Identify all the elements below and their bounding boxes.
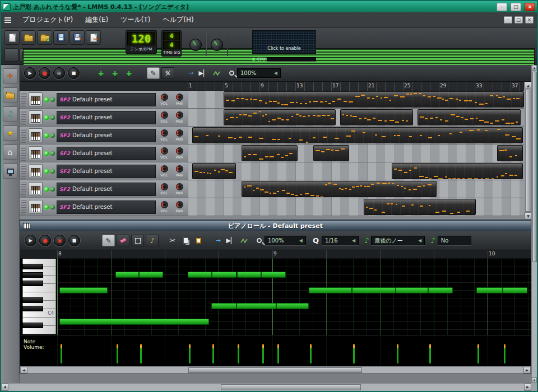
- scroll-up-button[interactable]: ▲: [532, 65, 537, 71]
- track-pattern-area[interactable]: [188, 144, 524, 162]
- pattern-segment[interactable]: [242, 145, 298, 161]
- menu-help[interactable]: ヘルプ(H): [157, 13, 200, 27]
- scale-combo[interactable]: No: [438, 236, 471, 245]
- track-grip[interactable]: [21, 200, 27, 214]
- track-pattern-area[interactable]: [188, 198, 524, 216]
- song-editor-vscrollbar[interactable]: ▲ ▼: [524, 82, 531, 220]
- pr-draw-mode-button[interactable]: ✎: [102, 235, 115, 246]
- track-pan-knob[interactable]: [176, 129, 183, 137]
- scroll-right-button[interactable]: ▶: [523, 367, 531, 374]
- autoscroll-button[interactable]: →: [185, 68, 196, 78]
- track-volume-knob[interactable]: [161, 111, 168, 119]
- toggle-song-editor-button[interactable]: [4, 48, 18, 62]
- close-button[interactable]: ×: [525, 3, 535, 11]
- draw-mode-button[interactable]: ✎: [147, 67, 160, 79]
- pr-record-accompany-button[interactable]: ◉: [54, 235, 66, 246]
- track-name-plate[interactable]: SF2 Default preset: [57, 129, 156, 142]
- pr-note-grid[interactable]: [57, 259, 531, 335]
- track-name-plate[interactable]: SF2 Default preset: [57, 93, 156, 106]
- piano-roll-note[interactable]: [503, 287, 527, 293]
- pattern-segment[interactable]: [242, 181, 437, 197]
- play-button[interactable]: ▶: [24, 67, 36, 79]
- workspace-vscrollbar[interactable]: ▲ ▼: [531, 65, 537, 383]
- scroll-left-button[interactable]: ◀: [1, 384, 8, 391]
- piano-roll-note[interactable]: [276, 303, 309, 309]
- scroll-down-button[interactable]: ▼: [532, 377, 537, 383]
- my-presets-tab-button[interactable]: ★: [3, 125, 18, 141]
- note-volume-bar[interactable]: [189, 344, 191, 363]
- piano-roll-note[interactable]: [236, 303, 276, 309]
- mute-led[interactable]: [44, 187, 49, 192]
- piano-roll-note[interactable]: [396, 287, 428, 293]
- add-sample-track-button[interactable]: +: [109, 68, 121, 79]
- track-pan-knob[interactable]: [176, 94, 183, 101]
- menu-edit[interactable]: 編集(E): [80, 13, 114, 27]
- track-pan-knob[interactable]: [176, 165, 183, 172]
- note-volume-bar[interactable]: [397, 344, 398, 363]
- pr-select-mode-button[interactable]: [131, 235, 144, 246]
- note-volume-bar[interactable]: [212, 344, 214, 363]
- mdi-minimize-button[interactable]: –: [504, 16, 512, 24]
- solo-led[interactable]: [50, 205, 55, 209]
- my-computer-tab-button[interactable]: [3, 164, 18, 179]
- piano-roll-note[interactable]: [188, 272, 212, 278]
- menu-tools[interactable]: ツール(T): [115, 13, 156, 27]
- my-projects-tab-button[interactable]: [3, 87, 18, 102]
- note-volume-bar[interactable]: [140, 344, 142, 363]
- piano-roll-hscrollbar[interactable]: ◀ ▶: [20, 366, 531, 374]
- pr-detune-mode-button[interactable]: ♪: [146, 235, 159, 246]
- add-bb-track-button[interactable]: +: [95, 68, 107, 79]
- pr-loop-marker-button[interactable]: ▶▏: [225, 235, 236, 246]
- pr-stop-behaviour-button[interactable]: [238, 235, 249, 246]
- mute-led[interactable]: [44, 169, 49, 174]
- piano-roll-note[interactable]: [59, 287, 108, 293]
- track-name-plate[interactable]: SF2 Default preset: [57, 111, 156, 124]
- pattern-segment[interactable]: [418, 109, 521, 125]
- tempo-display[interactable]: 120 テンポ/BPM: [126, 30, 157, 54]
- track-pan-knob[interactable]: [176, 201, 183, 208]
- track-instrument-button[interactable]: [29, 200, 43, 214]
- piano-roll-note[interactable]: [115, 272, 139, 278]
- minimize-button[interactable]: –: [497, 3, 507, 11]
- paste-button[interactable]: [193, 235, 204, 246]
- cut-button[interactable]: ✂: [167, 235, 178, 246]
- mdi-child-icon[interactable]: [4, 17, 11, 23]
- scroll-thumb[interactable]: [525, 90, 531, 212]
- zoom-level-combo[interactable]: 100%◀: [237, 68, 281, 78]
- note-volume-bar[interactable]: [477, 344, 479, 363]
- save-as-button[interactable]: ✎: [69, 30, 85, 45]
- song-editor-timeline[interactable]: 15913172125293337: [20, 82, 531, 91]
- piano-roll-note[interactable]: [237, 272, 261, 278]
- record-button[interactable]: ●: [39, 67, 50, 79]
- piano-black-key[interactable]: [22, 272, 43, 278]
- new-project-button[interactable]: [4, 30, 20, 45]
- mute-led[interactable]: [44, 151, 49, 156]
- scroll-left-button[interactable]: ◀: [20, 367, 27, 374]
- pattern-segment[interactable]: [224, 91, 524, 108]
- pattern-segment[interactable]: [340, 109, 413, 125]
- track-volume-knob[interactable]: [161, 165, 168, 172]
- track-volume-knob[interactable]: [161, 94, 168, 101]
- track-instrument-button[interactable]: [29, 164, 43, 178]
- mute-led[interactable]: [44, 115, 49, 120]
- copy-button[interactable]: [180, 235, 191, 246]
- pr-play-button[interactable]: ▶: [25, 235, 36, 246]
- piano-roll-note[interactable]: [59, 319, 209, 325]
- note-volume-bar[interactable]: [429, 344, 431, 363]
- stop-button[interactable]: ■: [68, 67, 80, 79]
- piano-roll-note[interactable]: [428, 287, 453, 293]
- recent-projects-button[interactable]: [37, 30, 52, 45]
- track-pattern-area[interactable]: [188, 91, 524, 108]
- track-volume-knob[interactable]: [161, 129, 168, 137]
- mute-led[interactable]: [44, 133, 49, 138]
- quantize-combo[interactable]: 1/16◀: [322, 236, 359, 245]
- scroll-thumb[interactable]: [221, 384, 361, 390]
- track-pattern-area[interactable]: [188, 127, 524, 144]
- solo-led[interactable]: [50, 169, 55, 174]
- track-instrument-button[interactable]: [29, 92, 43, 106]
- track-grip[interactable]: [21, 92, 27, 107]
- loop-marker-button[interactable]: ▶▏: [198, 68, 209, 78]
- pr-volume-grid[interactable]: [57, 335, 531, 366]
- track-pan-knob[interactable]: [176, 183, 183, 190]
- track-pattern-area[interactable]: [188, 109, 524, 126]
